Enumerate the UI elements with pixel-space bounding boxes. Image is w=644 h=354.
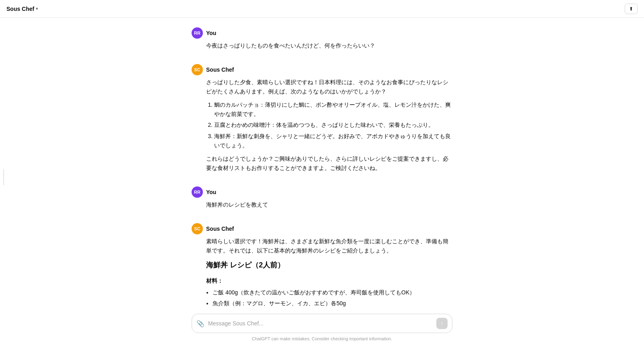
avatar-assistant-1: SC (192, 64, 203, 75)
topbar-actions: ⬆ (625, 4, 638, 14)
message-body-user-1: 今夜はさっぱりしたものを食べたいんだけど、何を作ったらいい？ (192, 41, 452, 50)
message-body-user-2: 海鮮丼のレシピを教えて (192, 200, 452, 209)
message-group-3: RR You 海鮮丼のレシピを教えて (185, 186, 459, 213)
assistant-1-para-1: さっぱりした夕食、素晴らしい選択ですね！日本料理には、そのようなお食事にぴったり… (206, 78, 452, 96)
app-title-button[interactable]: Sous Chef ▾ (6, 6, 38, 12)
sender-assistant-1: Sous Chef (206, 66, 234, 73)
sender-assistant-2: Sous Chef (206, 226, 234, 232)
avatar-user-2: RR (192, 186, 203, 198)
list-item: 豆腐とわかめの味噌汁：体を温めつつも、さっぱりとした味わいで、栄養もたっぷり。 (214, 120, 452, 130)
send-button[interactable]: ↑ (436, 318, 448, 329)
assistant-1-list: 鯛のカルパッチョ：薄切りにした鯛に、ポン酢やオリーブオイル、塩、レモン汁をかけた… (206, 100, 452, 150)
input-area: 📎 ↑ ChatGPT can make mistakes. Consider … (0, 309, 644, 354)
message-header-assistant-1: SC Sous Chef (192, 64, 452, 75)
sender-user-2: You (206, 189, 216, 195)
message-header-user-2: RR You (192, 186, 452, 198)
sender-user-1: You (206, 30, 216, 36)
share-button[interactable]: ⬆ (625, 4, 638, 14)
chat-area: RR You 今夜はさっぱりしたものを食べたいんだけど、何を作ったらいい？ SC… (0, 18, 644, 354)
chevron-down-icon: ▾ (36, 6, 38, 11)
ingredients-label: 材料： (206, 276, 452, 286)
message-body-assistant-1: さっぱりした夕食、素晴らしい選択ですね！日本料理には、そのようなお食事にぴったり… (192, 78, 452, 173)
list-item: 魚介類（例：マグロ、サーモン、イカ、エビ）各50g (213, 299, 452, 308)
message-input[interactable] (192, 314, 452, 333)
topbar: Sous Chef ▾ ⬆ (0, 0, 644, 18)
avatar-user-1: RR (192, 27, 203, 39)
message-group-1: RR You 今夜はさっぱりしたものを食べたいんだけど、何を作ったらいい？ (185, 27, 459, 54)
avatar-assistant-2: SC (192, 223, 203, 234)
assistant-1-para-2: これらはどうでしょうか？ご興味がありでしたら、さらに詳しいレシピをご提案できます… (206, 154, 452, 173)
list-item: 海鮮丼：新鮮な刺身を、シャリと一緒にどうぞ。お好みで、アボカドやきゅうりを加えて… (214, 132, 452, 150)
app-title: Sous Chef (6, 6, 34, 12)
recipe-title: 海鮮丼 レシピ（2人前） (206, 259, 452, 271)
sidebar-toggle (3, 169, 4, 185)
send-icon: ↑ (441, 320, 444, 327)
message-group-2: SC Sous Chef さっぱりした夕食、素晴らしい選択ですね！日本料理には、… (185, 64, 459, 177)
list-item: 鯛のカルパッチョ：薄切りにした鯛に、ポン酢やオリーブオイル、塩、レモン汁をかけた… (214, 100, 452, 119)
disclaimer: ChatGPT can make mistakes. Consider chec… (252, 336, 392, 341)
message-header-assistant-2: SC Sous Chef (192, 223, 452, 234)
input-container: 📎 ↑ (185, 314, 459, 333)
message-header-user-1: RR You (192, 27, 452, 39)
attach-icon[interactable]: 📎 (196, 320, 204, 327)
share-icon: ⬆ (629, 6, 633, 12)
list-item: ご飯 400g（炊きたての温かいご飯がおすすめですが、寿司飯を使用してもOK） (213, 288, 452, 297)
recipe-intro: 素晴らしい選択です！海鮮丼は、さまざまな新鮮な魚介類を一度に楽しむことができ、準… (206, 237, 452, 255)
